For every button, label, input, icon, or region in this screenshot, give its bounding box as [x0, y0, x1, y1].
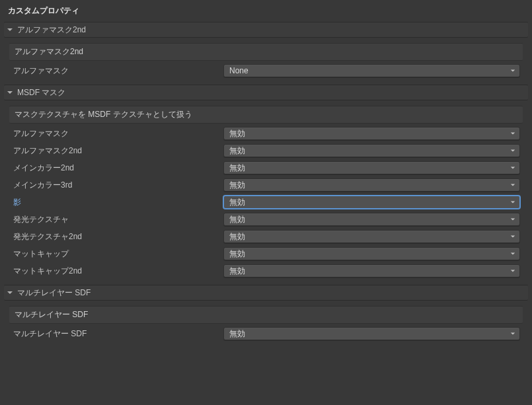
dropdown-matcap-2nd[interactable]: 無効 — [223, 264, 520, 277]
chevron-down-icon — [510, 68, 515, 73]
dropdown-multilayer-sdf[interactable]: 無効 — [223, 327, 520, 340]
dropdown-value: 無効 — [229, 214, 245, 225]
chevron-down-icon — [510, 131, 515, 136]
dropdown-main-color-2nd[interactable]: 無効 — [223, 161, 520, 174]
dropdown-value: 無効 — [229, 248, 245, 260]
dropdown-main-color-3rd[interactable]: 無効 — [223, 178, 520, 192]
dropdown-value: 無効 — [229, 266, 245, 277]
row-shadow: 影 無効 — [9, 195, 523, 209]
label-multilayer-sdf: マルチレイヤー SDF — [12, 328, 223, 340]
chevron-down-icon — [7, 89, 13, 96]
label-msdf-alpha-mask-2nd: アルファマスク2nd — [12, 145, 223, 157]
chevron-down-icon — [510, 182, 515, 188]
foldout-label: MSDF マスク — [17, 87, 65, 98]
row-msdf-alpha-mask-2nd: アルファマスク2nd 無効 — [9, 143, 523, 158]
label-matcap: マットキャップ — [12, 248, 223, 260]
row-main-color-3rd: メインカラー3rd 無効 — [9, 178, 523, 192]
dropdown-emission[interactable]: 無効 — [223, 213, 520, 226]
row-main-color-2nd: メインカラー2nd 無効 — [9, 161, 523, 175]
foldout-alpha-mask-2nd[interactable]: アルファマスク2nd — [4, 22, 528, 38]
foldout-body-msdf-mask: マスクテクスチャを MSDF テクスチャとして扱う アルファマスク 無効 アルフ… — [4, 100, 528, 283]
label-msdf-alpha-mask: アルファマスク — [12, 128, 223, 139]
chevron-down-icon — [510, 200, 515, 205]
label-matcap-2nd: マットキャップ2nd — [12, 266, 223, 277]
label-emission-2nd: 発光テクスチャ2nd — [12, 231, 223, 242]
dropdown-value: 無効 — [229, 145, 245, 157]
row-matcap: マットキャップ 無効 — [9, 246, 523, 261]
chevron-down-icon — [7, 26, 13, 33]
row-alpha-mask: アルファマスク None — [9, 63, 523, 78]
label-emission: 発光テクスチャ — [12, 214, 223, 225]
dropdown-value: 無効 — [229, 180, 245, 191]
label-main-color-2nd: メインカラー2nd — [12, 163, 223, 174]
foldout-body-multilayer-sdf: マルチレイヤー SDF マルチレイヤー SDF 無効 — [4, 301, 528, 346]
subheader-alpha-mask-2nd: アルファマスク2nd — [9, 43, 523, 61]
subheader-msdf-mask: マスクテクスチャを MSDF テクスチャとして扱う — [9, 106, 523, 124]
chevron-down-icon — [510, 148, 515, 153]
chevron-down-icon — [510, 217, 515, 222]
dropdown-emission-2nd[interactable]: 無効 — [223, 230, 520, 243]
foldout-label: マルチレイヤー SDF — [17, 287, 91, 299]
dropdown-matcap[interactable]: 無効 — [223, 247, 520, 260]
row-msdf-alpha-mask: アルファマスク 無効 — [9, 126, 523, 141]
chevron-down-icon — [510, 251, 515, 256]
dropdown-value: None — [229, 66, 248, 75]
dropdown-msdf-alpha-mask-2nd[interactable]: 無効 — [223, 144, 520, 157]
page-title: カスタムプロパティ — [4, 3, 528, 20]
chevron-down-icon — [510, 165, 515, 170]
dropdown-value: 無効 — [229, 163, 245, 174]
dropdown-value: 無効 — [229, 197, 245, 208]
foldout-body-alpha-mask-2nd: アルファマスク2nd アルファマスク None — [4, 38, 528, 83]
row-matcap-2nd: マットキャップ2nd 無効 — [9, 264, 523, 278]
row-emission-2nd: 発光テクスチャ2nd 無効 — [9, 229, 523, 244]
row-multilayer-sdf: マルチレイヤー SDF 無効 — [9, 326, 523, 341]
dropdown-value: 無効 — [229, 328, 245, 340]
dropdown-msdf-alpha-mask[interactable]: 無効 — [223, 127, 520, 140]
label-alpha-mask: アルファマスク — [12, 65, 223, 77]
label-main-color-3rd: メインカラー3rd — [12, 180, 223, 191]
dropdown-alpha-mask[interactable]: None — [223, 64, 520, 77]
foldout-msdf-mask[interactable]: MSDF マスク — [4, 85, 528, 100]
dropdown-value: 無効 — [229, 231, 245, 242]
chevron-down-icon — [7, 289, 13, 296]
chevron-down-icon — [510, 234, 515, 239]
label-shadow: 影 — [12, 197, 223, 208]
subheader-multilayer-sdf: マルチレイヤー SDF — [9, 306, 523, 324]
chevron-down-icon — [510, 331, 515, 336]
foldout-multilayer-sdf[interactable]: マルチレイヤー SDF — [4, 285, 528, 301]
dropdown-shadow[interactable]: 無効 — [223, 196, 520, 209]
row-emission: 発光テクスチャ 無効 — [9, 212, 523, 227]
chevron-down-icon — [510, 268, 515, 274]
foldout-label: アルファマスク2nd — [17, 24, 86, 36]
dropdown-value: 無効 — [229, 128, 245, 139]
